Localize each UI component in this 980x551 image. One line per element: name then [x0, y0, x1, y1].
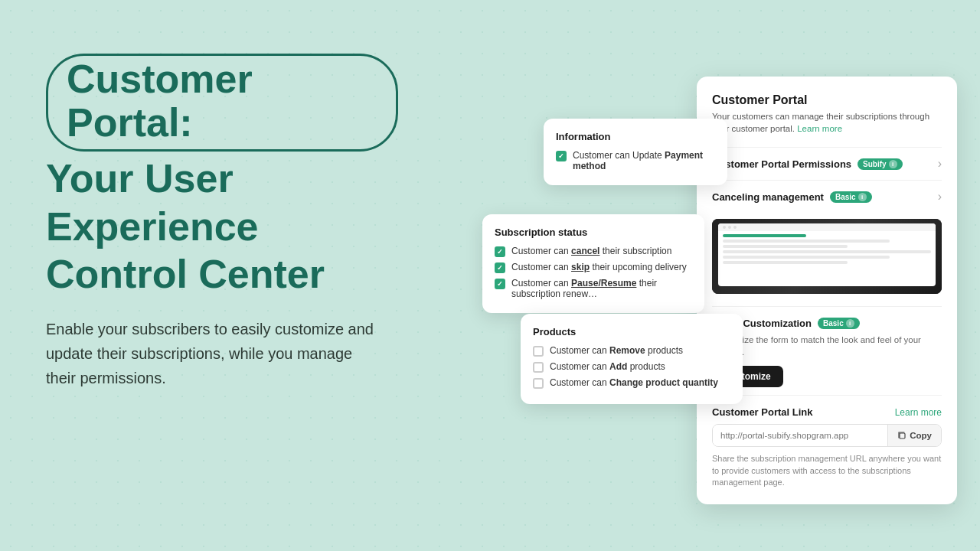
copy-button[interactable]: Copy: [887, 425, 941, 446]
link-section-header: Customer Portal Link Learn more: [712, 406, 942, 418]
portal-screenshot: [712, 219, 942, 294]
info-checkbox-1[interactable]: ✓: [556, 151, 567, 161]
subscription-card: Subscription status ✓ Customer can cance…: [482, 214, 704, 313]
browser-dot-3: [733, 226, 737, 229]
permissions-chevron: ›: [938, 157, 942, 171]
fake-line-short: [723, 245, 848, 248]
product-item-text-2: Customer can Add products: [550, 361, 665, 372]
product-item-1: Customer can Remove products: [533, 345, 730, 357]
product-checkbox-1[interactable]: [533, 346, 544, 357]
subscription-item-3: ✓ Customer can Pause/Resume their subscr…: [495, 278, 692, 299]
sub-item-text-3: Customer can Pause/Resume their subscrip…: [511, 278, 692, 299]
hero-subtitle: Enable your subscribers to easily custom…: [46, 317, 383, 390]
link-description: Share the subscription management URL an…: [712, 453, 942, 488]
ui-section: Information ✓ Customer can Update Paymen…: [444, 0, 980, 551]
link-section-title: Customer Portal Link: [712, 406, 812, 418]
product-checkbox-2[interactable]: [533, 362, 544, 373]
sub-checkbox-3[interactable]: ✓: [495, 279, 505, 289]
fake-browser: [718, 223, 936, 286]
browser-dot-2: [728, 226, 731, 229]
customization-desc: Customize the form to match the look and…: [712, 334, 942, 358]
subscription-item-2: ✓ Customer can skip their upcoming deliv…: [495, 262, 692, 273]
browser-bar: [718, 223, 936, 231]
info-item-1: ✓ Customer can Update Payment method: [556, 150, 715, 171]
info-card-title: Information: [556, 131, 715, 142]
portal-permissions-row[interactable]: Customer Portal Permissions Subify i ›: [712, 147, 942, 180]
sub-checkbox-2[interactable]: ✓: [495, 262, 505, 273]
browser-dot-1: [723, 226, 726, 229]
screenshot-inner: [712, 219, 942, 294]
permissions-badge: Subify i: [858, 158, 903, 170]
product-item-text-1: Customer can Remove products: [550, 345, 683, 356]
subscription-card-title: Subscription status: [495, 227, 692, 238]
canceling-row[interactable]: Canceling management Basic i ›: [712, 180, 942, 213]
product-item-text-3: Customer can Change product quantity: [550, 377, 718, 388]
canceling-badge: Basic i: [830, 191, 872, 203]
main-layout: Customer Portal: Your User Experience Co…: [0, 0, 980, 551]
portal-url-input[interactable]: [713, 425, 887, 446]
product-item-2: Customer can Add products: [533, 361, 730, 373]
fake-line-accent: [723, 234, 806, 237]
browser-content: [718, 231, 936, 269]
hero-title-line2: Your User Experience: [46, 155, 398, 250]
permissions-badge-info: i: [889, 160, 897, 168]
portal-customization-section: Portal Customization Basic i Customize t…: [712, 306, 942, 395]
portal-panel-title: Customer Portal: [712, 93, 942, 107]
products-card-title: Products: [533, 326, 730, 337]
hero-section: Customer Portal: Your User Experience Co…: [0, 0, 444, 551]
customization-title: Portal Customization Basic i: [712, 318, 942, 329]
canceling-chevron: ›: [938, 190, 942, 204]
hero-title-line3: Control Center: [46, 250, 398, 298]
customization-badge: Basic i: [818, 318, 860, 329]
info-item-text-1: Customer can Update Payment method: [573, 150, 715, 171]
subscription-item-1: ✓ Customer can cancel their subscription: [495, 246, 692, 257]
fake-line-medium-2: [723, 256, 890, 259]
portal-link-section: Customer Portal Link Learn more Copy Sha…: [712, 395, 942, 488]
portal-panel-desc: Your customers can manage their subscrip…: [712, 110, 942, 135]
information-card: Information ✓ Customer can Update Paymen…: [544, 119, 727, 185]
hero-title-line1: Customer Portal:: [46, 54, 398, 152]
permissions-label: Customer Portal Permissions: [712, 158, 851, 170]
canceling-label: Canceling management: [712, 191, 824, 203]
product-item-3: Customer can Change product quantity: [533, 377, 730, 389]
sub-item-text-1: Customer can cancel their subscription: [511, 246, 671, 256]
customization-badge-info: i: [846, 319, 854, 328]
portal-learn-more-link[interactable]: Learn more: [797, 124, 842, 133]
product-checkbox-3[interactable]: [533, 378, 544, 389]
svg-rect-0: [900, 433, 905, 439]
canceling-badge-info: i: [858, 193, 867, 201]
fake-line-medium: [723, 240, 890, 243]
fake-line-full: [723, 250, 931, 253]
link-learn-more[interactable]: Learn more: [895, 407, 942, 418]
copy-icon: [897, 431, 906, 440]
portal-panel: Customer Portal Your customers can manag…: [697, 77, 957, 504]
products-card: Products Customer can Remove products Cu…: [521, 314, 743, 404]
link-input-row: Copy: [712, 424, 942, 447]
sub-item-text-2: Customer can skip their upcoming deliver…: [511, 262, 687, 272]
sub-checkbox-1[interactable]: ✓: [495, 246, 505, 257]
fake-line-short-2: [723, 261, 848, 264]
